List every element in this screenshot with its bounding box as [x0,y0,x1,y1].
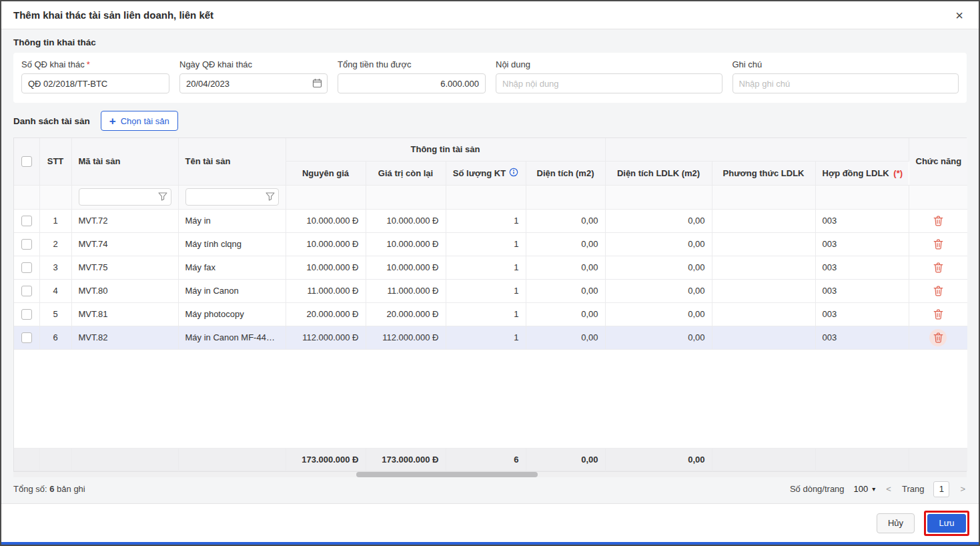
summary-qty: 6 [446,448,526,471]
col-header-contract: Hợp đồng LDLK (*) [815,161,909,185]
total-count: 6 [49,484,54,494]
field-so-qd: Số QĐ khai thác* [21,59,169,93]
row-checkbox-cell [14,232,39,256]
choose-assets-button[interactable]: + Chọn tài sản [101,111,178,131]
cell-method [712,232,815,256]
filter-icon[interactable] [266,192,275,203]
info-icon[interactable] [509,168,518,179]
col-header-method: Phương thức LDLK [712,161,815,185]
current-page-input[interactable]: 1 [933,481,949,497]
cell-area: 0,00 [526,302,605,326]
trash-icon [933,216,943,226]
delete-row-button[interactable] [929,306,947,323]
cell-stt: 3 [39,256,71,279]
cell-actions [909,232,967,256]
field-ghi-chu: Ghi chú [732,59,959,93]
plus-icon: + [109,115,116,127]
cell-method [712,256,815,279]
table-row[interactable]: 2 MVT.74 Máy tính clqng 10.000.000 Đ 10.… [14,232,967,256]
cell-code: MVT.74 [71,232,178,256]
table-row[interactable]: 1 MVT.72 Máy in 10.000.000 Đ 10.000.000 … [14,209,967,232]
next-page-icon[interactable]: > [959,484,967,494]
cell-name: Máy tính clqng [178,232,286,256]
table-row[interactable]: 6 MVT.82 Máy in Canon MF-445D... 112.000… [14,326,967,349]
delete-row-button[interactable] [929,329,947,346]
filter-code-cell [71,185,178,209]
field-label: Tổng tiền thu được [338,59,486,69]
noi-dung-input[interactable] [496,73,722,93]
cell-area: 0,00 [526,256,605,279]
filter-empty-cell [909,185,967,209]
delete-row-button[interactable] [929,236,947,253]
rows-per-page-select[interactable]: 100 ▾ [854,484,876,494]
cell-cost: 10.000.000 Đ [286,256,366,279]
modal-header: Thêm khai thác tài sản liên doanh, liên … [1,1,979,29]
name-filter-input[interactable] [185,188,279,206]
row-checkbox[interactable] [21,332,32,343]
cell-code: MVT.72 [71,209,178,232]
cell-code: MVT.82 [71,326,178,349]
row-checkbox-cell [14,279,39,302]
so-qd-input[interactable] [21,73,169,93]
cell-qty: 1 [446,256,526,279]
filter-empty-cell [712,185,815,209]
prev-page-icon[interactable]: < [885,484,893,494]
row-checkbox[interactable] [21,286,32,296]
filter-empty-cell [366,185,446,209]
row-checkbox[interactable] [21,239,32,250]
col-header-area: Diện tích (m2) [526,161,605,185]
cell-contract: 003 [815,326,909,349]
cell-method [712,279,815,302]
col-header-stt: STT [39,138,71,185]
cell-area: 0,00 [526,326,605,349]
cell-cost: 11.000.000 Đ [286,279,366,302]
cell-contract: 003 [815,279,909,302]
cell-name: Máy in Canon MF-445D... [178,326,286,349]
cell-ldlk-area: 0,00 [605,256,712,279]
row-checkbox[interactable] [21,216,32,226]
scrollbar-thumb[interactable] [356,472,538,477]
cell-stt: 1 [39,209,71,232]
delete-row-button[interactable] [929,259,947,276]
page-label: Trang [902,484,924,494]
modal-window: Thêm khai thác tài sản liên doanh, liên … [0,0,980,546]
row-checkbox[interactable] [21,262,32,273]
filter-icon[interactable] [158,192,167,203]
close-icon[interactable]: × [951,7,968,24]
info-form: Số QĐ khai thác* Ngày QĐ khai thác Tổng … [13,53,967,103]
delete-row-button[interactable] [929,212,947,230]
field-noi-dung: Nội dung [496,59,722,93]
cell-actions [909,302,967,326]
field-label: Ghi chú [732,59,959,69]
row-checkbox-cell [14,209,39,232]
col-header-cost: Nguyên giá [286,161,366,185]
cell-contract: 003 [815,256,909,279]
row-checkbox-cell [14,326,39,349]
cancel-button[interactable]: Hủy [877,513,915,533]
field-tong-tien: Tổng tiền thu được [338,59,486,93]
calendar-icon[interactable] [312,78,322,90]
cell-name: Máy in [178,209,286,232]
delete-row-button[interactable] [929,282,947,300]
modal-title: Thêm khai thác tài sản liên doanh, liên … [13,9,213,21]
filter-empty-cell [446,185,526,209]
tong-tien-input[interactable] [338,73,486,93]
table-row[interactable]: 4 MVT.80 Máy in Canon 11.000.000 Đ 11.00… [14,279,967,302]
required-asterisk: * [87,59,90,69]
rows-per-page-label: Số dòng/trang [790,484,845,494]
cell-method [712,326,815,349]
table-row[interactable]: 3 MVT.75 Máy fax 10.000.000 Đ 10.000.000… [14,256,967,279]
cell-area: 0,00 [526,232,605,256]
trash-icon [933,262,943,273]
table-row[interactable]: 5 MVT.81 Máy photocopy 20.000.000 Đ 20.0… [14,302,967,326]
cell-method [712,302,815,326]
ghi-chu-input[interactable] [732,73,959,93]
cell-code: MVT.75 [71,256,178,279]
horizontal-scrollbar[interactable] [13,472,967,477]
info-section-heading: Thông tin khai thác [13,37,967,47]
save-button[interactable]: Lưu [927,514,966,533]
col-header-qty: Số lượng KT [446,161,526,185]
select-all-checkbox[interactable] [21,156,32,167]
ngay-qd-input[interactable] [179,73,328,93]
row-checkbox[interactable] [21,309,32,320]
